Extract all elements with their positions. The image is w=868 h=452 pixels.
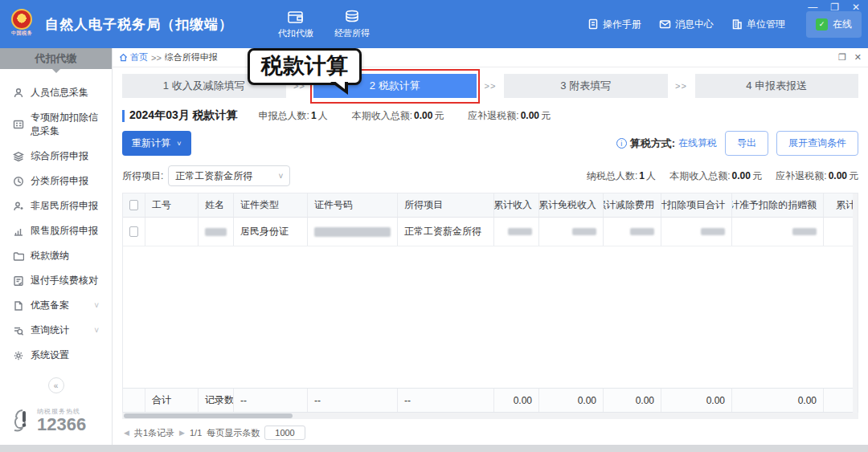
toolbar: 重新计算 ˅ i 算税方式: 在线算税 导出 展开查询条件 xyxy=(122,131,858,156)
sidebar-item-label: 优惠备案 xyxy=(31,299,69,312)
stats-row: 纳税总人数:1人 本期收入总额:0.00元 应补退税额:0.00元 xyxy=(575,169,858,183)
chevron-down-icon: ˅ xyxy=(177,140,181,148)
next-page-icon[interactable]: ▶ xyxy=(179,429,185,437)
summary-declared-count: 申报总人数:1人 xyxy=(259,109,328,123)
sidebar-item-classified-income[interactable]: 分类所得申报 xyxy=(0,169,112,193)
doc-check-icon xyxy=(13,275,24,287)
sidebar-item-label: 系统设置 xyxy=(31,348,69,362)
recalculate-button[interactable]: 重新计算 ˅ xyxy=(122,131,191,156)
person-icon xyxy=(13,88,24,99)
cell-id-number xyxy=(308,218,398,246)
sidebar-item-special-deduction[interactable]: 专项附加扣除信息采集 xyxy=(0,105,112,144)
panel-restore-icon[interactable]: ❐ xyxy=(838,52,846,63)
sidebar: 代扣代缴 人员信息采集 专项附加扣除信息采集 综合所得申报 分类所得申报 xyxy=(0,48,113,445)
sidebar-item-query-statistics[interactable]: 查询统计 ˅ xyxy=(0,318,112,343)
table-empty-space xyxy=(123,246,858,388)
cell-income-item: 正常工资薪金所得 xyxy=(398,218,494,246)
horizontal-scrollbar[interactable] xyxy=(122,413,858,419)
minimize-icon[interactable]: — xyxy=(808,2,817,12)
stat-taxpayer-count: 纳税总人数:1人 xyxy=(587,170,658,181)
sidebar-item-refund-fee-check[interactable]: 退付手续费核对 xyxy=(0,268,112,293)
step-3-attached-forms[interactable]: 3 附表填写 xyxy=(504,74,668,98)
window-controls: — ❐ ✕ xyxy=(808,2,860,12)
sidebar-item-preferential-filing[interactable]: 优惠备案 ˅ xyxy=(0,293,112,318)
sidebar-item-label: 非居民所得申报 xyxy=(31,199,98,213)
col-name: 姓名 xyxy=(199,193,234,217)
header-nav: 代扣代缴 经营所得 xyxy=(278,9,370,39)
income-item-label: 所得项目: xyxy=(122,169,163,183)
breadcrumb-home[interactable]: 首页 xyxy=(119,51,148,63)
sidebar-item-label: 人员信息采集 xyxy=(31,86,88,100)
sidebar-item-system-settings[interactable]: 系统设置 xyxy=(0,343,112,368)
step-arrow: >> xyxy=(477,81,504,91)
select-all-checkbox[interactable] xyxy=(129,200,138,210)
tax-mode: i 算税方式: 在线算税 xyxy=(616,136,717,151)
nav-withholding-label: 代扣代缴 xyxy=(278,27,313,39)
message-center-button[interactable]: 消息中心 xyxy=(659,18,714,31)
page-size-select[interactable]: 1000 xyxy=(264,426,305,440)
cell-id-type: 居民身份证 xyxy=(234,218,308,246)
maximize-icon[interactable]: ❐ xyxy=(830,2,839,12)
page-indicator: 1/1 xyxy=(190,428,202,438)
nav-withholding[interactable]: 代扣代缴 xyxy=(278,9,313,39)
folder-icon xyxy=(13,250,24,262)
nav-business-income[interactable]: 经营所得 xyxy=(334,9,370,39)
total-donation: 0.00 xyxy=(732,389,824,412)
cell-taxfree-income xyxy=(539,218,604,246)
unit-management-label: 单位管理 xyxy=(747,18,785,31)
id-list-icon xyxy=(13,119,24,130)
cell-name xyxy=(199,218,234,246)
bar-chart-icon xyxy=(13,226,24,237)
sidebar-collapse-button[interactable]: « xyxy=(48,377,64,393)
col-taxfree-income: 累计免税收入 xyxy=(539,193,604,217)
tax-mode-value[interactable]: 在线算税 xyxy=(678,136,717,150)
breadcrumb-current: 综合所得申报 xyxy=(165,51,218,63)
file-icon xyxy=(13,300,24,312)
row-checkbox[interactable] xyxy=(129,226,138,237)
sidebar-item-comprehensive-income[interactable]: 综合所得申报 xyxy=(0,144,112,169)
col-deduction-fee: 累计减除费用 xyxy=(604,193,661,217)
col-id-number: 证件号码 xyxy=(308,193,398,217)
sidebar-item-personnel-info[interactable]: 人员信息采集 xyxy=(0,80,112,105)
wallet-icon xyxy=(287,9,305,25)
online-label: 在线 xyxy=(833,18,852,31)
tax-bureau-logo: 中国税务 xyxy=(8,9,35,43)
national-emblem-icon xyxy=(11,9,32,30)
total-taxfree-income: 0.00 xyxy=(539,389,604,412)
sidebar-item-label: 分类所得申报 xyxy=(31,174,88,188)
sidebar-item-tax-payment[interactable]: 税款缴纳 xyxy=(0,243,112,268)
hotline-headset-icon xyxy=(10,406,34,434)
manual-label: 操作手册 xyxy=(603,18,641,31)
panel-close-icon[interactable]: ✕ xyxy=(854,52,862,63)
sidebar-item-label: 限售股所得申报 xyxy=(31,224,98,238)
income-item-select[interactable]: 正常工资薪金所得 ˅ xyxy=(168,165,290,186)
sidebar-item-label: 综合所得申报 xyxy=(31,149,88,163)
person-badge-icon xyxy=(13,201,24,212)
scrollbar-thumb[interactable] xyxy=(124,413,293,418)
envelope-icon xyxy=(659,18,671,30)
col-employee-id: 工号 xyxy=(145,193,199,217)
col-income-item: 所得项目 xyxy=(398,193,494,217)
table-row[interactable]: 居民身份证 正常工资薪金所得 xyxy=(123,218,858,246)
step-4-submit-declaration[interactable]: 4 申报表报送 xyxy=(695,74,859,98)
summary-row: 2024年03月 税款计算 申报总人数:1人 本期收入总额:0.00元 应补退税… xyxy=(122,108,858,123)
col-id-type: 证件类型 xyxy=(234,193,308,217)
export-button[interactable]: 导出 xyxy=(725,131,768,156)
unit-management-button[interactable]: 单位管理 xyxy=(731,18,785,31)
total-deduction-total: 0.00 xyxy=(661,389,732,412)
sidebar-item-nonresident-income[interactable]: 非居民所得申报 xyxy=(0,193,112,218)
sidebar-item-label: 查询统计 xyxy=(31,324,69,337)
manual-button[interactable]: 操作手册 xyxy=(588,18,641,31)
col-donation: 累计准予扣除的捐赠额 xyxy=(732,193,824,217)
tax-mode-label: 算税方式: xyxy=(630,136,675,151)
close-icon[interactable]: ✕ xyxy=(852,2,860,12)
seal-text: 中国税务 xyxy=(11,30,32,37)
sidebar-item-restricted-shares[interactable]: 限售股所得申报 xyxy=(0,218,112,243)
prev-page-icon[interactable]: ◀ xyxy=(124,429,129,437)
redacted-name xyxy=(205,228,227,236)
online-status-button[interactable]: ✓ 在线 xyxy=(806,11,862,38)
online-chat-icon: ✓ xyxy=(816,18,828,31)
vertical-scrollbar[interactable] xyxy=(853,193,858,413)
cell-cumulative-income xyxy=(494,218,539,246)
expand-query-button[interactable]: 展开查询条件 xyxy=(776,131,858,156)
